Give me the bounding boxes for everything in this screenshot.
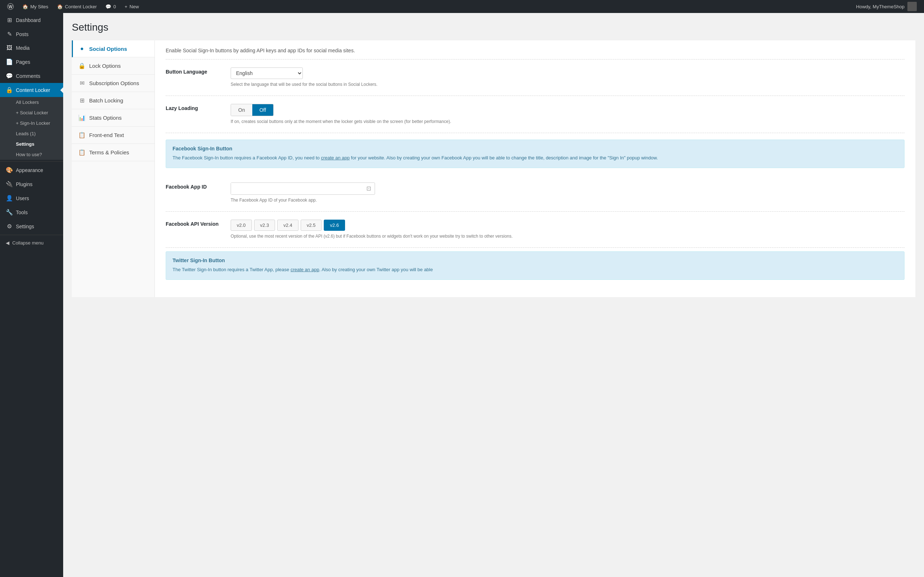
nav-frontend-text[interactable]: 📋 Front-end Text: [72, 127, 155, 144]
input-icon: ⊡: [363, 185, 375, 192]
user-avatar-icon: [908, 2, 917, 11]
settings-nav: ● Social Options 🔒 Lock Options ✉ Subscr…: [72, 40, 155, 297]
twitter-info-text: The Twitter Sign-In button requires a Tw…: [173, 266, 898, 274]
content-locker-submenu: All Lockers + Social Locker + Sign-In Lo…: [0, 97, 63, 160]
my-sites-icon: 🏠: [23, 4, 28, 10]
submenu-settings[interactable]: Settings: [0, 139, 63, 149]
lazy-loading-on-button[interactable]: On: [231, 104, 252, 116]
nav-social-options[interactable]: ● Social Options: [72, 40, 155, 57]
wp-logo-item[interactable]: W: [3, 0, 18, 13]
my-sites-item[interactable]: 🏠 My Sites: [18, 0, 53, 13]
sidebar-item-users[interactable]: 👤 Users: [0, 191, 63, 205]
sidebar-item-dashboard[interactable]: ⊞ Dashboard: [0, 13, 63, 27]
nav-terms-label: Terms & Policies: [89, 149, 129, 155]
settings-intro-text: Enable Social Sign-In buttons by adding …: [166, 40, 905, 60]
comments-item[interactable]: 💬 0: [101, 0, 120, 13]
submenu-social-locker[interactable]: + Social Locker: [0, 108, 63, 118]
version-v26-button[interactable]: v2.6: [324, 220, 345, 231]
sidebar-item-label: Media: [16, 45, 30, 51]
sidebar-item-label: Settings: [16, 224, 34, 229]
facebook-api-field: v2.0 v2.3 v2.4 v2.5 v2.6 Optional, use t…: [231, 220, 905, 239]
button-language-field: English French German Spanish Select the…: [231, 68, 905, 88]
appearance-icon: 🎨: [6, 167, 13, 174]
twitter-info-before: The Twitter Sign-In button requires a Tw…: [173, 267, 291, 272]
terms-icon: 📋: [78, 149, 86, 156]
content-locker-icon: 🔒: [6, 87, 13, 93]
wordpress-icon: W: [7, 3, 14, 10]
button-language-label: Button Language: [166, 68, 223, 75]
site-name-item[interactable]: 🏠 Content Locker: [53, 0, 101, 13]
sidebar-item-content-locker[interactable]: 🔒 Content Locker: [0, 83, 63, 97]
button-language-select[interactable]: English French German Spanish: [231, 68, 303, 79]
admin-bar: W 🏠 My Sites 🏠 Content Locker 💬 0 + New …: [0, 0, 924, 13]
lazy-loading-hint: If on, creates social buttons only at th…: [231, 118, 905, 125]
nav-stats-label: Stats Options: [89, 115, 122, 121]
pages-icon: 📄: [6, 58, 13, 65]
lock-options-icon: 🔒: [78, 62, 86, 69]
frontend-text-icon: 📋: [78, 132, 86, 139]
version-v20-button[interactable]: v2.0: [231, 220, 252, 231]
facebook-app-id-input-wrap: ⊡: [231, 182, 375, 195]
sidebar-item-label: Users: [16, 195, 29, 201]
version-v23-button[interactable]: v2.3: [254, 220, 275, 231]
submenu-leads[interactable]: Leads (1): [0, 128, 63, 139]
menu-separator-1: [0, 161, 63, 161]
page-title: Settings: [72, 22, 915, 33]
settings-content-area: Enable Social Sign-In buttons by adding …: [155, 40, 915, 297]
submenu-all-lockers[interactable]: All Lockers: [0, 97, 63, 108]
facebook-app-id-label: Facebook App ID: [166, 182, 223, 190]
sidebar-item-tools[interactable]: 🔧 Tools: [0, 205, 63, 219]
collapse-icon: ◀: [6, 240, 10, 246]
nav-social-options-label: Social Options: [89, 46, 127, 52]
submenu-signin-locker[interactable]: + Sign-In Locker: [0, 118, 63, 128]
subscription-icon: ✉: [78, 80, 86, 87]
sidebar-item-label: Dashboard: [16, 17, 41, 23]
sidebar-item-settings[interactable]: ⚙ Settings: [0, 219, 63, 233]
social-options-icon: ●: [78, 45, 86, 52]
facebook-api-hint: Optional, use the most recent version of…: [231, 233, 905, 239]
new-content-item[interactable]: + New: [120, 0, 143, 13]
twitter-create-app-link[interactable]: create an app: [291, 267, 320, 272]
sidebar-item-media[interactable]: 🖼 Media: [0, 41, 63, 55]
facebook-info-after: for your website. Also by creating your …: [350, 155, 658, 161]
comments-count: 0: [113, 4, 116, 10]
lazy-loading-off-button[interactable]: Off: [252, 104, 273, 116]
version-v24-button[interactable]: v2.4: [277, 220, 299, 231]
twitter-info-after: . Also by creating your own Twitter app …: [319, 267, 433, 272]
users-icon: 👤: [6, 195, 13, 201]
sidebar-item-plugins[interactable]: 🔌 Plugins: [0, 177, 63, 191]
comments-icon: 💬: [105, 4, 111, 10]
tools-icon: 🔧: [6, 209, 13, 216]
nav-terms-policies[interactable]: 📋 Terms & Policies: [72, 144, 155, 161]
sidebar-item-label: Pages: [16, 59, 30, 65]
nav-batch-locking-label: Batch Locking: [89, 97, 123, 103]
nav-subscription-label: Subscription Options: [89, 80, 139, 86]
facebook-create-app-link[interactable]: create an app: [321, 155, 350, 161]
facebook-info-title: Facebook Sign-In Button: [173, 146, 898, 152]
nav-frontend-text-label: Front-end Text: [89, 132, 124, 138]
nav-batch-locking[interactable]: ⊞ Batch Locking: [72, 92, 155, 109]
settings-wrap: ● Social Options 🔒 Lock Options ✉ Subscr…: [72, 40, 915, 297]
nav-stats-options[interactable]: 📊 Stats Options: [72, 109, 155, 127]
new-icon: +: [124, 4, 128, 10]
version-v25-button[interactable]: v2.5: [300, 220, 322, 231]
plugins-icon: 🔌: [6, 181, 13, 187]
collapse-menu-button[interactable]: ◀ Collapse menu: [0, 237, 63, 249]
svg-text:W: W: [8, 4, 13, 10]
lazy-loading-label: Lazy Loading: [166, 104, 223, 111]
nav-lock-options-label: Lock Options: [89, 63, 121, 69]
facebook-app-id-input[interactable]: [231, 183, 363, 194]
sidebar-item-pages[interactable]: 📄 Pages: [0, 55, 63, 69]
sidebar-item-appearance[interactable]: 🎨 Appearance: [0, 163, 63, 177]
facebook-info-text: The Facebook Sign-In button requires a F…: [173, 154, 898, 162]
nav-subscription-options[interactable]: ✉ Subscription Options: [72, 75, 155, 92]
batch-locking-icon: ⊞: [78, 97, 86, 104]
sidebar-item-label: Tools: [16, 210, 28, 215]
comments-sidebar-icon: 💬: [6, 73, 13, 79]
sidebar-item-label: Appearance: [16, 167, 43, 173]
sidebar-item-comments[interactable]: 💬 Comments: [0, 69, 63, 83]
nav-lock-options[interactable]: 🔒 Lock Options: [72, 57, 155, 75]
submenu-how-to-use[interactable]: How to use?: [0, 149, 63, 160]
sidebar-item-posts[interactable]: ✎ Posts: [0, 27, 63, 41]
site-name-label: Content Locker: [65, 4, 97, 10]
